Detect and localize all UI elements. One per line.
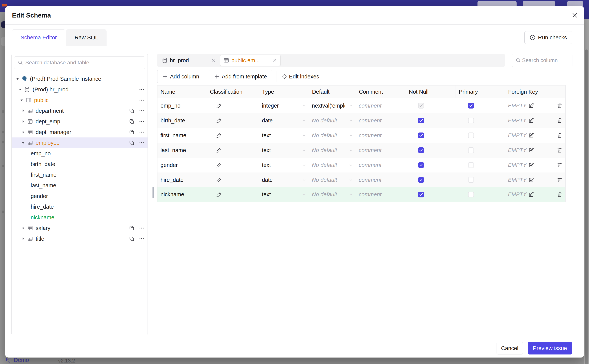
- edit-indexes-button[interactable]: Edit indexes: [277, 70, 324, 83]
- cell-foreign-key[interactable]: EMPTY: [505, 113, 554, 128]
- edit-fk-icon[interactable]: [529, 148, 534, 153]
- cell-foreign-key[interactable]: EMPTY: [505, 128, 554, 143]
- page-scrollbar-thumb[interactable]: [585, 50, 589, 364]
- edit-fk-icon[interactable]: [529, 133, 534, 138]
- editor-tab-public-employee[interactable]: public.em...: [220, 55, 280, 66]
- cell-comment[interactable]: comment: [356, 172, 406, 187]
- primary-checkbox[interactable]: [468, 118, 474, 123]
- not-null-checkbox[interactable]: [418, 162, 424, 168]
- pencil-icon[interactable]: [216, 177, 222, 183]
- trash-icon[interactable]: [557, 147, 562, 153]
- caret-down-icon[interactable]: [18, 87, 22, 91]
- caret-down-icon[interactable]: [21, 141, 25, 145]
- cell-type[interactable]: integer: [259, 98, 309, 113]
- tree-column-emp-no[interactable]: emp_no: [12, 148, 147, 159]
- primary-checkbox[interactable]: [468, 192, 474, 197]
- tree-column-birth-date[interactable]: birth_date: [12, 159, 147, 169]
- panel-resize-handle[interactable]: [152, 187, 154, 198]
- copy-icon[interactable]: [129, 236, 134, 242]
- copy-icon[interactable]: [129, 140, 134, 146]
- cell-classification[interactable]: [207, 158, 259, 172]
- tree-column-first-name[interactable]: first_name: [12, 169, 147, 180]
- chevron-down-icon[interactable]: [301, 133, 307, 138]
- add-from-template-button[interactable]: Add from template: [209, 70, 272, 83]
- chevron-down-icon[interactable]: [301, 103, 307, 108]
- edit-fk-icon[interactable]: [529, 162, 534, 168]
- more-options-icon[interactable]: [139, 140, 145, 146]
- cell-comment[interactable]: comment: [356, 113, 406, 128]
- cell-name[interactable]: birth_date: [157, 113, 207, 128]
- add-column-button[interactable]: Add column: [157, 70, 204, 83]
- cell-type[interactable]: date: [259, 172, 309, 187]
- caret-down-icon[interactable]: [15, 77, 20, 81]
- edit-fk-icon[interactable]: [529, 103, 534, 108]
- tree-item-dept-emp[interactable]: dept_emp: [12, 116, 147, 127]
- more-options-icon[interactable]: [139, 97, 145, 103]
- run-checks-button[interactable]: Run checks: [524, 31, 572, 44]
- not-null-checkbox[interactable]: [418, 132, 424, 138]
- primary-checkbox[interactable]: [468, 103, 474, 109]
- tree-item-employee[interactable]: employee: [12, 137, 147, 148]
- cell-foreign-key[interactable]: EMPTY: [505, 98, 554, 113]
- cell-foreign-key[interactable]: EMPTY: [505, 143, 554, 158]
- trash-icon[interactable]: [557, 192, 562, 197]
- tab-raw-sql[interactable]: Raw SQL: [66, 29, 107, 46]
- cell-type[interactable]: text: [259, 128, 309, 143]
- caret-right-icon[interactable]: [21, 237, 25, 241]
- preview-issue-button[interactable]: Preview issue: [528, 342, 572, 354]
- cell-comment[interactable]: comment: [356, 158, 406, 172]
- primary-checkbox[interactable]: [468, 162, 474, 168]
- cell-name[interactable]: gender: [157, 158, 207, 172]
- not-null-checkbox[interactable]: [418, 177, 424, 183]
- cell-name[interactable]: nickname: [157, 187, 207, 202]
- trash-icon[interactable]: [557, 118, 562, 123]
- tree-column-nickname[interactable]: nickname: [12, 212, 147, 223]
- cell-type[interactable]: text: [259, 143, 309, 158]
- chevron-down-icon[interactable]: [348, 162, 353, 168]
- cell-type[interactable]: text: [259, 187, 309, 202]
- close-tab-icon[interactable]: [272, 58, 277, 63]
- cell-classification[interactable]: [207, 172, 259, 187]
- close-icon[interactable]: [571, 11, 578, 19]
- tree-item-salary[interactable]: salary: [12, 223, 147, 234]
- cell-type[interactable]: date: [259, 113, 309, 128]
- copy-icon[interactable]: [129, 129, 134, 135]
- pencil-icon[interactable]: [216, 132, 222, 138]
- primary-checkbox[interactable]: [468, 147, 474, 153]
- trash-icon[interactable]: [557, 103, 562, 109]
- chevron-down-icon[interactable]: [301, 192, 307, 197]
- tree-column-hire-date[interactable]: hire_date: [12, 202, 147, 212]
- tree-item-department[interactable]: department: [12, 105, 147, 116]
- cell-comment[interactable]: comment: [356, 143, 406, 158]
- more-options-icon[interactable]: [139, 236, 145, 242]
- cell-default[interactable]: No default: [309, 187, 356, 202]
- not-null-checkbox[interactable]: [418, 147, 424, 153]
- close-tab-icon[interactable]: [211, 58, 216, 63]
- tree-column-last-name[interactable]: last_name: [12, 180, 147, 191]
- edit-fk-icon[interactable]: [529, 177, 534, 182]
- copy-icon[interactable]: [129, 119, 134, 124]
- page-scrollbar[interactable]: [584, 19, 589, 364]
- chevron-down-icon[interactable]: [348, 192, 353, 197]
- more-options-icon[interactable]: [139, 87, 145, 92]
- cell-default[interactable]: No default: [309, 128, 356, 143]
- cell-classification[interactable]: [207, 187, 259, 202]
- cell-default[interactable]: No default: [309, 158, 356, 172]
- edit-fk-icon[interactable]: [529, 118, 534, 123]
- caret-right-icon[interactable]: [21, 226, 25, 230]
- tree-item-title[interactable]: title: [12, 234, 147, 244]
- chevron-down-icon[interactable]: [301, 148, 307, 153]
- tab-schema-editor[interactable]: Schema Editor: [12, 29, 65, 46]
- more-options-icon[interactable]: [139, 225, 145, 231]
- cancel-button[interactable]: Cancel: [496, 342, 523, 354]
- cell-comment[interactable]: comment: [356, 98, 406, 113]
- tree-item-public-schema[interactable]: public: [12, 95, 147, 105]
- more-options-icon[interactable]: [139, 119, 145, 124]
- pencil-icon[interactable]: [216, 147, 222, 153]
- editor-tab-hr-prod[interactable]: hr_prod: [159, 55, 219, 66]
- cell-foreign-key[interactable]: EMPTY: [505, 158, 554, 172]
- cell-default[interactable]: No default: [309, 143, 356, 158]
- more-options-icon[interactable]: [139, 108, 145, 114]
- tree-column-gender[interactable]: gender: [12, 191, 147, 202]
- cell-foreign-key[interactable]: EMPTY: [505, 187, 554, 202]
